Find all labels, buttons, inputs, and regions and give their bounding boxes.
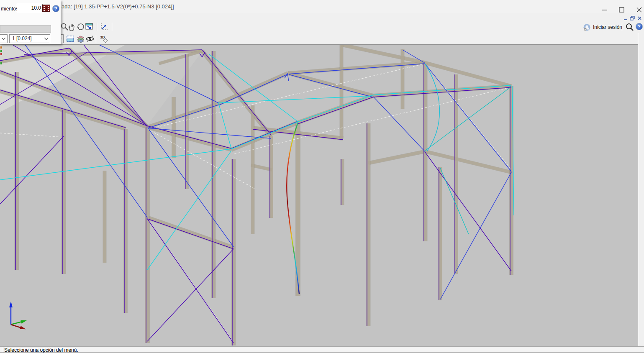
status-divider: [3, 347, 3, 353]
mdi-minimize-button[interactable]: [623, 15, 629, 20]
measure-axes-icon[interactable]: [100, 22, 109, 31]
layers-icon[interactable]: [76, 34, 85, 43]
status-bar: Seleccione una opción del menú.: [0, 346, 644, 353]
window-frame-strip: [638, 33, 644, 346]
hide-eye-icon[interactable]: [85, 34, 95, 43]
animation-film-icon[interactable]: [42, 5, 50, 12]
deformation-scale-input[interactable]: [17, 4, 43, 12]
toolbar-display: 3D: [0, 33, 638, 45]
redraw-window-icon[interactable]: [85, 22, 94, 31]
title-bar: ? ada: [19] 1.35·PP+1.5·V2(0º)+0.75·N3 […: [0, 0, 644, 13]
sign-in-label: Iniciar sesión: [593, 24, 622, 30]
menu-bar-row: [0, 13, 644, 21]
combination-combo[interactable]: 1 [0.024]: [9, 34, 50, 43]
toolbar-separator: [96, 35, 96, 43]
toolbar-separator: [112, 23, 112, 31]
status-message: Seleccione una opción del menú.: [4, 347, 78, 353]
orbit-rotate-icon[interactable]: [76, 22, 85, 31]
mdi-close-button[interactable]: [636, 15, 643, 20]
help-icon[interactable]: ?: [636, 23, 643, 30]
deformation-scale-label: mientos: [1, 6, 18, 12]
sign-in-button[interactable]: Iniciar sesión: [583, 23, 622, 32]
combination-combo-value: 1 [0.024]: [12, 36, 32, 41]
viewport-3d-canvas[interactable]: [0, 0, 644, 353]
combo-truncated[interactable]: [0, 34, 8, 43]
search-icon[interactable]: [625, 23, 634, 32]
section-view-icon[interactable]: [66, 34, 75, 43]
close-button[interactable]: [625, 0, 641, 13]
viewport-background: [0, 45, 638, 346]
app-window: { "window": { "title": "ada: [19] 1.35·P…: [0, 0, 644, 353]
pan-hand-icon[interactable]: [67, 22, 76, 31]
toolbar-view: Iniciar sesión ?: [0, 21, 644, 33]
deformation-dialog: mientos ? 1 [0.024]: [0, 0, 61, 44]
window-title: ada: [19] 1.35·PP+1.5·V2(0º)+0.75·N3 [0.…: [62, 3, 174, 10]
maximize-button[interactable]: [607, 0, 624, 13]
3d-glyph: 3D: [100, 35, 105, 39]
dialog-help-icon[interactable]: ?: [52, 5, 59, 12]
minimize-button[interactable]: [590, 0, 607, 13]
user-avatar-icon: [583, 24, 590, 31]
scale-slider-track[interactable]: [0, 25, 51, 33]
mdi-restore-button[interactable]: [629, 15, 636, 20]
3d-settings-icon[interactable]: 3D: [99, 34, 110, 43]
toolbar-separator: [97, 23, 97, 31]
